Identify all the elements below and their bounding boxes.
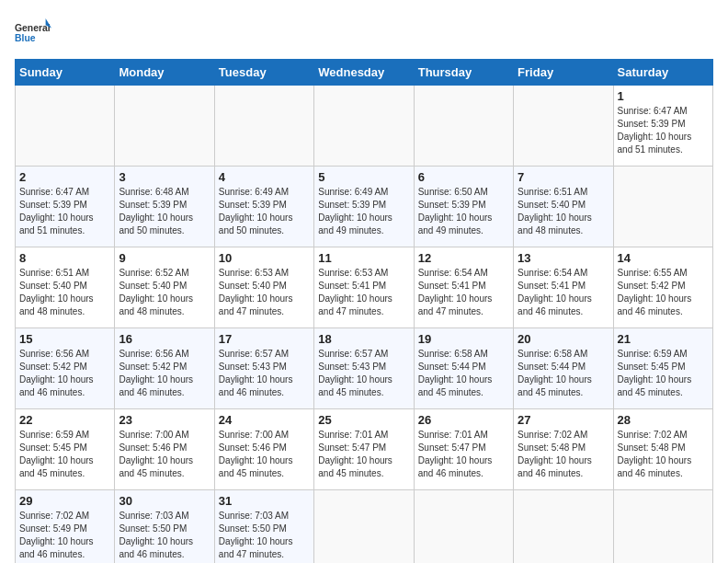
- day-info: Sunrise: 6:51 AMSunset: 5:40 PMDaylight:…: [518, 186, 609, 237]
- calendar-day-12: 12Sunrise: 6:54 AMSunset: 5:41 PMDayligh…: [414, 247, 513, 328]
- day-number: 18: [318, 332, 409, 346]
- day-info: Sunrise: 6:53 AMSunset: 5:41 PMDaylight:…: [318, 267, 409, 318]
- calendar-week-4: 22Sunrise: 6:59 AMSunset: 5:45 PMDayligh…: [16, 409, 713, 490]
- logo: General Blue: [15, 15, 55, 52]
- logo-icon: General Blue: [15, 15, 51, 52]
- empty-cell: [414, 86, 513, 167]
- day-info: Sunrise: 7:03 AMSunset: 5:50 PMDaylight:…: [219, 510, 310, 561]
- calendar-day-7: 7Sunrise: 6:51 AMSunset: 5:40 PMDaylight…: [514, 167, 613, 247]
- calendar-week-3: 15Sunrise: 6:56 AMSunset: 5:42 PMDayligh…: [16, 328, 713, 409]
- day-info: Sunrise: 7:02 AMSunset: 5:49 PMDaylight:…: [19, 510, 110, 561]
- day-info: Sunrise: 6:56 AMSunset: 5:42 PMDaylight:…: [19, 348, 110, 399]
- day-number: 22: [19, 413, 110, 427]
- day-info: Sunrise: 6:58 AMSunset: 5:44 PMDaylight:…: [418, 348, 509, 399]
- day-number: 28: [618, 413, 709, 427]
- day-number: 21: [618, 332, 709, 346]
- empty-cell: [214, 86, 313, 167]
- day-info: Sunrise: 6:48 AMSunset: 5:39 PMDaylight:…: [119, 186, 210, 237]
- calendar-day-6: 6Sunrise: 6:50 AMSunset: 5:39 PMDaylight…: [414, 167, 513, 247]
- day-info: Sunrise: 6:49 AMSunset: 5:39 PMDaylight:…: [318, 186, 409, 237]
- day-info: Sunrise: 6:57 AMSunset: 5:43 PMDaylight:…: [219, 348, 310, 399]
- calendar-day-13: 13Sunrise: 6:54 AMSunset: 5:41 PMDayligh…: [514, 247, 613, 328]
- day-number: 2: [19, 170, 110, 184]
- empty-cell: [115, 86, 214, 167]
- day-number: 11: [318, 251, 409, 265]
- empty-cell: [314, 86, 414, 167]
- day-info: Sunrise: 6:54 AMSunset: 5:41 PMDaylight:…: [418, 267, 509, 318]
- day-number: 19: [418, 332, 509, 346]
- calendar-day-20: 20Sunrise: 6:58 AMSunset: 5:44 PMDayligh…: [514, 328, 613, 409]
- day-number: 12: [418, 251, 509, 265]
- calendar-week-5: 29Sunrise: 7:02 AMSunset: 5:49 PMDayligh…: [16, 490, 713, 564]
- day-info: Sunrise: 6:57 AMSunset: 5:43 PMDaylight:…: [318, 348, 409, 399]
- calendar-day-10: 10Sunrise: 6:53 AMSunset: 5:40 PMDayligh…: [214, 247, 313, 328]
- calendar-day-22: 22Sunrise: 6:59 AMSunset: 5:45 PMDayligh…: [16, 409, 115, 490]
- empty-cell: [414, 490, 513, 564]
- day-number: 26: [418, 413, 509, 427]
- day-number: 7: [518, 170, 609, 184]
- day-info: Sunrise: 6:47 AMSunset: 5:39 PMDaylight:…: [618, 105, 709, 156]
- calendar-day-4: 4Sunrise: 6:49 AMSunset: 5:39 PMDaylight…: [214, 167, 313, 247]
- day-number: 5: [318, 170, 409, 184]
- day-number: 14: [618, 251, 709, 265]
- day-info: Sunrise: 6:49 AMSunset: 5:39 PMDaylight:…: [219, 186, 310, 237]
- calendar-day-16: 16Sunrise: 6:56 AMSunset: 5:42 PMDayligh…: [115, 328, 214, 409]
- day-number: 6: [418, 170, 509, 184]
- calendar-day-3: 3Sunrise: 6:48 AMSunset: 5:39 PMDaylight…: [115, 167, 214, 247]
- day-number: 24: [219, 413, 310, 427]
- day-info: Sunrise: 6:59 AMSunset: 5:45 PMDaylight:…: [618, 348, 709, 399]
- day-number: 13: [518, 251, 609, 265]
- empty-cell: [514, 86, 613, 167]
- calendar-day-31: 31Sunrise: 7:03 AMSunset: 5:50 PMDayligh…: [214, 490, 313, 564]
- empty-cell: [16, 86, 115, 167]
- empty-cell: [613, 167, 712, 247]
- calendar-week-2: 8Sunrise: 6:51 AMSunset: 5:40 PMDaylight…: [16, 247, 713, 328]
- empty-cell: [314, 490, 414, 564]
- day-info: Sunrise: 6:54 AMSunset: 5:41 PMDaylight:…: [518, 267, 609, 318]
- day-info: Sunrise: 7:00 AMSunset: 5:46 PMDaylight:…: [219, 429, 310, 480]
- day-number: 9: [119, 251, 210, 265]
- calendar-day-23: 23Sunrise: 7:00 AMSunset: 5:46 PMDayligh…: [115, 409, 214, 490]
- day-number: 1: [618, 89, 709, 103]
- day-number: 25: [318, 413, 409, 427]
- calendar-day-17: 17Sunrise: 6:57 AMSunset: 5:43 PMDayligh…: [214, 328, 313, 409]
- calendar-day-27: 27Sunrise: 7:02 AMSunset: 5:48 PMDayligh…: [514, 409, 613, 490]
- day-info: Sunrise: 6:55 AMSunset: 5:42 PMDaylight:…: [618, 267, 709, 318]
- calendar-week-0: 1Sunrise: 6:47 AMSunset: 5:39 PMDaylight…: [16, 86, 713, 167]
- calendar-table: SundayMondayTuesdayWednesdayThursdayFrid…: [15, 59, 713, 563]
- page-header: General Blue: [15, 15, 713, 52]
- calendar-header-row: SundayMondayTuesdayWednesdayThursdayFrid…: [16, 60, 713, 86]
- calendar-day-25: 25Sunrise: 7:01 AMSunset: 5:47 PMDayligh…: [314, 409, 414, 490]
- day-header-wednesday: Wednesday: [314, 60, 414, 86]
- day-info: Sunrise: 7:02 AMSunset: 5:48 PMDaylight:…: [618, 429, 709, 480]
- day-number: 31: [219, 494, 310, 508]
- day-info: Sunrise: 6:56 AMSunset: 5:42 PMDaylight:…: [119, 348, 210, 399]
- calendar-day-1: 1Sunrise: 6:47 AMSunset: 5:39 PMDaylight…: [613, 86, 712, 167]
- day-info: Sunrise: 7:00 AMSunset: 5:46 PMDaylight:…: [119, 429, 210, 480]
- day-info: Sunrise: 6:53 AMSunset: 5:40 PMDaylight:…: [219, 267, 310, 318]
- day-number: 30: [119, 494, 210, 508]
- svg-text:Blue: Blue: [15, 33, 36, 43]
- calendar-day-5: 5Sunrise: 6:49 AMSunset: 5:39 PMDaylight…: [314, 167, 414, 247]
- day-number: 15: [19, 332, 110, 346]
- day-number: 8: [19, 251, 110, 265]
- day-info: Sunrise: 7:01 AMSunset: 5:47 PMDaylight:…: [418, 429, 509, 480]
- day-number: 29: [19, 494, 110, 508]
- day-number: 16: [119, 332, 210, 346]
- calendar-day-8: 8Sunrise: 6:51 AMSunset: 5:40 PMDaylight…: [16, 247, 115, 328]
- calendar-day-30: 30Sunrise: 7:03 AMSunset: 5:50 PMDayligh…: [115, 490, 214, 564]
- day-info: Sunrise: 7:02 AMSunset: 5:48 PMDaylight:…: [518, 429, 609, 480]
- calendar-day-14: 14Sunrise: 6:55 AMSunset: 5:42 PMDayligh…: [613, 247, 712, 328]
- calendar-day-29: 29Sunrise: 7:02 AMSunset: 5:49 PMDayligh…: [16, 490, 115, 564]
- calendar-body: 1Sunrise: 6:47 AMSunset: 5:39 PMDaylight…: [16, 86, 713, 564]
- calendar-day-15: 15Sunrise: 6:56 AMSunset: 5:42 PMDayligh…: [16, 328, 115, 409]
- calendar-day-11: 11Sunrise: 6:53 AMSunset: 5:41 PMDayligh…: [314, 247, 414, 328]
- calendar-day-24: 24Sunrise: 7:00 AMSunset: 5:46 PMDayligh…: [214, 409, 313, 490]
- day-info: Sunrise: 6:59 AMSunset: 5:45 PMDaylight:…: [19, 429, 110, 480]
- day-info: Sunrise: 6:51 AMSunset: 5:40 PMDaylight:…: [19, 267, 110, 318]
- day-header-friday: Friday: [514, 60, 613, 86]
- svg-text:General: General: [15, 23, 51, 33]
- day-number: 3: [119, 170, 210, 184]
- calendar-day-28: 28Sunrise: 7:02 AMSunset: 5:48 PMDayligh…: [613, 409, 712, 490]
- day-info: Sunrise: 6:58 AMSunset: 5:44 PMDaylight:…: [518, 348, 609, 399]
